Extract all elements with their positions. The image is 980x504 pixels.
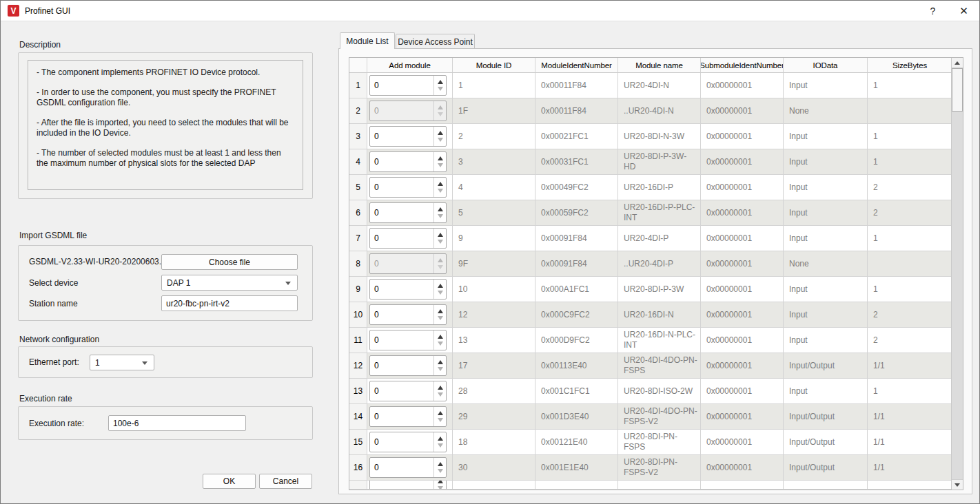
spin-down-button[interactable] <box>438 367 443 371</box>
submodule-ident-number-cell-text: 0x00000001 <box>706 361 752 371</box>
close-button[interactable]: ✕ <box>948 1 979 21</box>
title-bar: V Profinet GUI ? ✕ <box>1 1 979 21</box>
add-module-spinner[interactable]: 0 <box>369 228 447 249</box>
add-module-spinner[interactable]: 0 <box>369 177 447 198</box>
add-module-spinner[interactable]: 0 <box>369 151 447 172</box>
add-module-spinner[interactable]: 0 <box>369 202 447 223</box>
spin-up-button[interactable] <box>438 386 443 390</box>
add-module-spinner[interactable] <box>369 481 447 490</box>
spin-up-button[interactable] <box>438 360 443 364</box>
spin-up-button[interactable] <box>438 335 443 339</box>
tab-module-list[interactable]: Module List <box>340 32 395 49</box>
add-module-spinner[interactable]: 0 <box>369 126 447 147</box>
spin-up-button[interactable] <box>438 284 443 288</box>
spin-up-button[interactable] <box>438 207 443 211</box>
module-name-cell-text: UR20-4DI-4DO-PN-FSPS-V2 <box>624 406 697 427</box>
module-name-cell: UR20-16DI-N-PLC-INT <box>618 328 701 353</box>
add-module-spinner[interactable]: 0 <box>369 75 447 96</box>
add-module-spinner[interactable]: 0 <box>369 279 447 300</box>
spin-up-button[interactable] <box>438 309 443 313</box>
spin-down-button[interactable] <box>438 87 443 91</box>
module-ident-number-cell-text: 0x00011F84 <box>541 81 586 91</box>
spin-up-button[interactable] <box>438 481 443 483</box>
spinner-arrows <box>433 127 446 146</box>
module-id-cell: 17 <box>453 353 535 379</box>
spin-up-button[interactable] <box>438 80 443 84</box>
spin-down-button[interactable] <box>438 342 443 346</box>
network-configuration-groupbox: Ethernet port: 1 <box>18 346 313 378</box>
spin-down-button[interactable] <box>438 418 443 422</box>
module-name-cell-text: UR20-16DI-P <box>624 182 673 193</box>
spin-down-button[interactable] <box>438 316 443 320</box>
module-id-cell: 5 <box>453 200 535 226</box>
sizebytes-cell <box>868 251 952 277</box>
sizebytes-cell: 1 <box>868 149 952 175</box>
table-row: 5040x00049FC2UR20-16DI-P0x00000001Input2 <box>349 175 952 200</box>
spin-up-button[interactable] <box>438 182 443 186</box>
add-module-spinner[interactable]: 0 <box>369 406 447 427</box>
spin-down-button[interactable] <box>438 138 443 142</box>
cancel-button[interactable]: Cancel <box>259 474 312 489</box>
submodule-ident-number-cell-text: 0x00000001 <box>706 233 752 244</box>
sizebytes-cell: 2 <box>868 302 952 328</box>
sizebytes-cell: 1 <box>868 277 952 302</box>
module-id-cell-text: 12 <box>458 310 467 320</box>
add-module-spinner[interactable]: 0 <box>369 381 447 401</box>
spin-up-button[interactable] <box>438 233 443 237</box>
module-id-cell-text: 3 <box>458 157 463 167</box>
module-id-cell-text: 1F <box>458 106 468 116</box>
module-name-cell-text: UR20-8DI-PN-FSPS-V2 <box>624 457 697 478</box>
module-id-cell-text: 17 <box>458 361 467 371</box>
table-row: 130280x001C1FC1UR20-8DI-ISO-2W0x00000001… <box>349 379 952 404</box>
station-name-input[interactable] <box>161 295 298 311</box>
spin-up-button[interactable] <box>438 156 443 160</box>
add-module-spinner[interactable]: 0 <box>369 304 447 325</box>
add-module-spinner[interactable]: 0 <box>369 330 447 350</box>
scrollbar-down-button[interactable] <box>952 479 963 490</box>
add-module-spinner[interactable]: 0 <box>369 432 447 452</box>
spin-up-button[interactable] <box>438 462 443 466</box>
vertical-scrollbar[interactable] <box>951 58 963 490</box>
iodata-cell-text: Input <box>789 233 808 244</box>
spin-down-button[interactable] <box>438 189 443 193</box>
iodata-cell: Input <box>784 328 868 353</box>
spin-down-button[interactable] <box>438 486 443 490</box>
spin-down-button[interactable] <box>438 240 443 244</box>
spin-down-button[interactable] <box>438 469 443 473</box>
spin-down-button[interactable] <box>438 163 443 167</box>
scrollbar-up-button[interactable] <box>952 58 963 68</box>
select-device-dropdown[interactable]: DAP 1 <box>161 275 298 291</box>
data-cell <box>784 481 868 490</box>
add-module-cell: 0 <box>367 251 453 277</box>
ethernet-port-dropdown[interactable]: 1 <box>90 355 154 370</box>
spin-down-button[interactable] <box>438 291 443 295</box>
spin-up-button[interactable] <box>438 131 443 135</box>
spin-up-button[interactable] <box>438 437 443 441</box>
choose-file-button[interactable]: Choose file <box>161 254 298 270</box>
table-row: 7090x00091F84UR20-4DI-P0x00000001Input1 <box>349 226 952 251</box>
module-ident-number-cell: 0x00121E40 <box>535 430 618 455</box>
add-module-spinner[interactable]: 0 <box>369 355 447 376</box>
spin-up-button[interactable] <box>438 411 443 415</box>
tab-device-access-point[interactable]: Device Access Point <box>396 34 475 49</box>
submodule-ident-number-cell-text: 0x00000001 <box>706 437 752 448</box>
module-id-cell: 13 <box>453 328 535 353</box>
module-ident-number-cell: 0x00091F84 <box>535 251 618 277</box>
sizebytes-cell: 2 <box>868 200 952 226</box>
scrollbar-thumb[interactable] <box>952 68 963 112</box>
add-module-cell: 0 <box>367 430 453 455</box>
table-row: 1010x00011F84UR20-4DI-N0x00000001Input1 <box>349 73 952 98</box>
header-module-ident-number: ModuleIdentNumber <box>535 58 618 73</box>
execution-rate-input[interactable] <box>108 415 246 431</box>
add-module-cell: 0 <box>367 455 453 481</box>
module-name-cell: UR20-8DI-PN-FSPS <box>618 430 701 455</box>
spin-down-button[interactable] <box>438 443 443 448</box>
spin-down-button[interactable] <box>438 214 443 218</box>
add-module-cell: 0 <box>367 200 453 226</box>
spinner-arrows <box>433 101 446 120</box>
ok-button[interactable]: OK <box>203 474 256 489</box>
module-id-cell: 9F <box>453 251 535 277</box>
spin-down-button[interactable] <box>438 392 443 397</box>
add-module-spinner[interactable]: 0 <box>369 457 447 478</box>
help-button[interactable]: ? <box>917 1 948 21</box>
